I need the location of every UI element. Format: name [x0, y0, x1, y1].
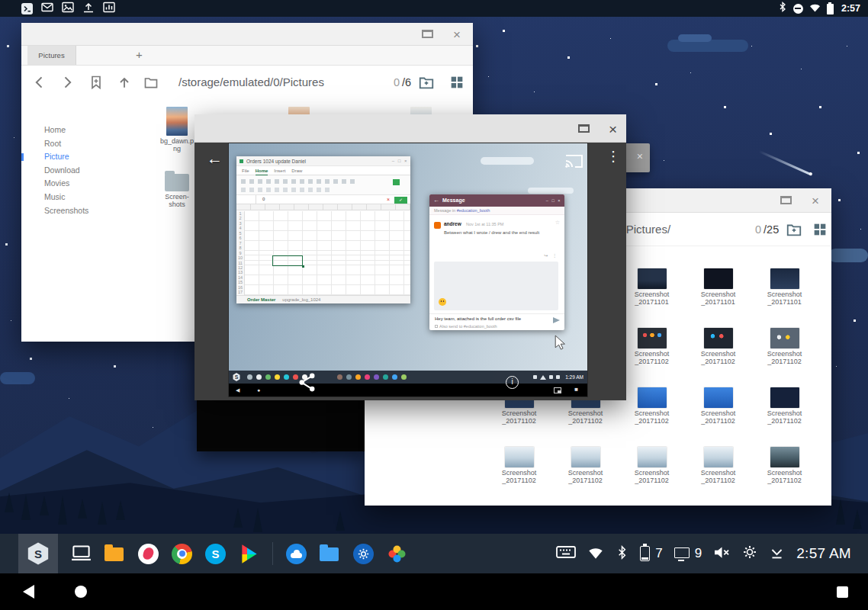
- new-tab-button[interactable]: +: [136, 49, 143, 60]
- status-clock: 2:57: [841, 3, 860, 14]
- sidebar-item-label: Home: [44, 125, 66, 134]
- taskbar-clock[interactable]: 2:57 AM: [796, 545, 851, 562]
- mini-pip-icon: [554, 387, 561, 393]
- file-item[interactable]: Screenshot _20171102: [685, 328, 751, 387]
- add-folder-icon[interactable]: [418, 74, 435, 91]
- sidebar-item-label: Root: [44, 139, 61, 148]
- tree-silhouette: [253, 508, 262, 532]
- toolbar: /storage/emulated/0/Pictures 0/6: [21, 66, 473, 99]
- volume-muted-icon[interactable]: [713, 545, 731, 563]
- window-titlebar[interactable]: ×: [194, 114, 626, 143]
- skype-app-icon[interactable]: S: [205, 544, 226, 564]
- back-icon[interactable]: [32, 75, 47, 90]
- file-manager-app-icon[interactable]: [320, 544, 340, 564]
- close-button[interactable]: ×: [609, 122, 617, 136]
- file-label: Screenshot _20171102: [685, 470, 751, 484]
- viewer-content: Orders 1024 update Daniel– □ × FileHomeI…: [194, 143, 626, 400]
- sidebar-item-label: Picture: [44, 152, 69, 161]
- recorder-app-icon[interactable]: [138, 544, 159, 564]
- cast-icon[interactable]: [565, 153, 583, 171]
- up-directory-icon[interactable]: [117, 75, 132, 90]
- recents-nav-button[interactable]: [837, 586, 848, 598]
- info-button[interactable]: i: [506, 376, 519, 389]
- overflow-menu-icon[interactable]: ⋮: [606, 149, 620, 163]
- battery-icon[interactable]: [640, 546, 650, 561]
- back-button[interactable]: ←: [207, 150, 223, 166]
- system-update-icon[interactable]: [769, 545, 785, 563]
- file-item[interactable]: Screenshot _20171102: [685, 447, 751, 506]
- cloud-app-icon[interactable]: [286, 544, 307, 564]
- file-item[interactable]: Screenshot _20171101: [619, 268, 685, 328]
- file-item[interactable]: Screenshot _20171102: [751, 328, 818, 387]
- maximize-button[interactable]: [422, 30, 433, 38]
- file-item[interactable]: Screenshot _20171102: [486, 447, 552, 506]
- back-nav-button[interactable]: [23, 585, 34, 599]
- total-count: /6: [402, 76, 411, 88]
- system-tray: 7 9 2:57 AM: [556, 544, 851, 563]
- keyboard-icon[interactable]: [556, 545, 576, 562]
- sidebar-item[interactable]: Download: [21, 164, 159, 178]
- close-icon[interactable]: ×: [637, 151, 643, 162]
- new-folder-icon[interactable]: [143, 75, 159, 90]
- file-item[interactable]: Screenshot _20171102: [619, 328, 685, 387]
- bookmark-add-icon[interactable]: [88, 75, 104, 90]
- file-item[interactable]: Screenshot _20171102: [751, 387, 818, 447]
- grid-view-icon[interactable]: [812, 221, 828, 238]
- image-viewer-window: × Orders 1024 update Daniel– □ × FileHom…: [194, 114, 626, 400]
- tab-pictures[interactable]: Pictures: [27, 46, 76, 65]
- file-item[interactable]: Screenshot _20171102: [552, 447, 619, 506]
- cloud-shape: [828, 249, 868, 262]
- mini-app-icon: [265, 374, 271, 380]
- maximize-button[interactable]: [780, 196, 792, 204]
- confirm-icon: ✓: [394, 197, 407, 204]
- file-label: Screenshot _20171102: [685, 410, 751, 425]
- share-icon[interactable]: [298, 373, 316, 395]
- chrome-app-icon[interactable]: [172, 544, 192, 564]
- mail-icon: [41, 2, 53, 16]
- launcher-button[interactable]: S: [18, 534, 58, 573]
- settings-app-icon[interactable]: [353, 544, 374, 564]
- grid-view-icon[interactable]: [448, 74, 465, 91]
- sidebar-item[interactable]: Screenshots: [21, 204, 159, 218]
- forward-icon[interactable]: [59, 75, 75, 90]
- file-label: Screenshot _20171102: [751, 351, 818, 365]
- mini-app-icon: [284, 374, 289, 380]
- wifi-icon[interactable]: [587, 545, 604, 563]
- breadcrumb-path[interactable]: /storage/emulated/0/Pictures: [178, 75, 324, 88]
- mini-sheet-tabs: Order Master upgrade_log_1024: [236, 295, 410, 303]
- file-label: Screenshot _20171102: [751, 470, 818, 484]
- file-item[interactable]: Screenshot _20171102: [751, 447, 818, 506]
- file-thumbnail: [505, 447, 534, 467]
- sidebar-item[interactable]: Home: [21, 124, 159, 137]
- file-item[interactable]: Screenshot _20171102: [685, 387, 751, 447]
- file-item[interactable]: Screenshot _20171101: [685, 268, 751, 328]
- sidebar-item[interactable]: Movies: [21, 177, 159, 191]
- sidebar-item[interactable]: Root: [21, 137, 159, 151]
- photos-app-icon[interactable]: [387, 544, 407, 564]
- sidebar-item[interactable]: Picture: [21, 150, 159, 164]
- window-titlebar[interactable]: ×: [21, 23, 473, 46]
- file-item[interactable]: Screenshot _20171101: [751, 268, 818, 328]
- file-item[interactable]: Screenshot _20171102: [619, 387, 685, 447]
- selected-count: 0: [755, 223, 761, 236]
- file-item[interactable]: Screenshot _20171102: [619, 447, 685, 506]
- mini-spreadsheet-window: Orders 1024 update Daniel– □ × FileHomeI…: [236, 156, 410, 303]
- play-store-app-icon[interactable]: [239, 544, 259, 564]
- sidebar-item[interactable]: Music: [21, 191, 159, 204]
- files-app-icon[interactable]: [104, 544, 125, 564]
- bluetooth-icon[interactable]: [616, 545, 628, 563]
- add-folder-icon[interactable]: [786, 221, 802, 238]
- mini-app-icon: [346, 374, 352, 380]
- settings-gear-icon[interactable]: [742, 544, 757, 563]
- desktop: × × Pictures + /storage/emulated/0/Pictu…: [0, 0, 868, 610]
- image-icon: [62, 2, 74, 16]
- close-button[interactable]: ×: [812, 194, 819, 207]
- avatar: [434, 222, 441, 229]
- laptop-app-icon[interactable]: [71, 544, 92, 564]
- taskbar: S S 7 9 2:57 AM: [0, 534, 868, 573]
- maximize-button[interactable]: [578, 124, 590, 133]
- back-icon: ←: [433, 194, 439, 207]
- home-nav-button[interactable]: [75, 586, 87, 598]
- close-button[interactable]: ×: [453, 28, 461, 41]
- display-icon[interactable]: [674, 547, 690, 558]
